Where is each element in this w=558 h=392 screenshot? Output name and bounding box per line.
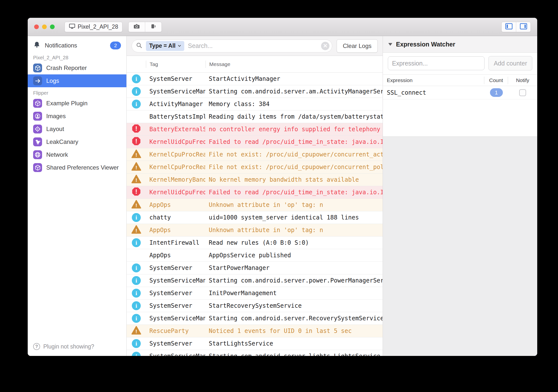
search-icon xyxy=(136,42,143,50)
notify-checkbox[interactable] xyxy=(519,89,526,96)
sidebar-item-leakcanary[interactable]: LeakCanary xyxy=(28,135,126,148)
warning-icon: ! xyxy=(131,326,141,336)
log-level-cell: i xyxy=(127,276,146,285)
log-level-cell: i xyxy=(127,352,146,356)
log-row[interactable]: AppOpsAppOpsService published xyxy=(127,249,383,262)
log-row[interactable]: iIntentFirewallRead new rules (A:0 B:0 S… xyxy=(127,237,383,249)
log-row[interactable]: BatteryStatsImplReading daily items from… xyxy=(127,110,383,123)
log-row[interactable]: iSystemServerStartActivityManager xyxy=(127,73,383,85)
log-message: AppOpsService published xyxy=(205,252,383,259)
toggle-right-panel-icon xyxy=(520,23,527,31)
log-row[interactable]: iSystemServiceManagerStarting com.androi… xyxy=(127,350,383,356)
log-row[interactable]: iSystemServerInitPowerManagement xyxy=(127,287,383,300)
tag-column-header[interactable]: Tag xyxy=(146,61,206,67)
device-selector-button[interactable]: Pixel_2_API_28 xyxy=(65,22,122,32)
svg-text:!: ! xyxy=(135,138,137,145)
log-level-cell: i xyxy=(127,100,146,109)
expression-input[interactable] xyxy=(388,56,485,70)
log-row[interactable]: ichattyuid=1000 system_server identical … xyxy=(127,211,383,224)
screen-record-button[interactable] xyxy=(145,22,162,32)
warning-icon: ! xyxy=(131,225,141,236)
log-level-cell: ! xyxy=(127,174,146,185)
log-row[interactable]: iSystemServiceManagerStarting com.androi… xyxy=(127,274,383,287)
log-row[interactable]: !RescuePartyNoticed 1 events for UID 0 i… xyxy=(127,325,383,337)
log-level-cell: ! xyxy=(127,187,146,197)
person-icon xyxy=(33,112,42,121)
clear-search-icon[interactable]: ✕ xyxy=(321,42,329,50)
close-button[interactable] xyxy=(34,24,39,29)
info-icon: i xyxy=(132,263,141,272)
minimize-button[interactable] xyxy=(42,24,47,29)
sidebar-item-shared-preferences-viewer[interactable]: Shared Preferences Viewer xyxy=(28,161,126,174)
log-tag: AppOps xyxy=(146,201,205,208)
log-message: Noticed 1 events for UID 0 in last 5 sec xyxy=(205,327,383,334)
sidebar-item-network[interactable]: Network xyxy=(28,148,126,161)
sidebar-item-images[interactable]: Images xyxy=(28,110,126,123)
sidebar-item-layout[interactable]: Layout xyxy=(28,123,126,135)
traffic-lights xyxy=(34,24,55,29)
watcher-table-header: Expression Count Notify xyxy=(383,74,537,86)
log-row[interactable]: !KernelMemoryBandwidthStatsNo kernel mem… xyxy=(127,174,383,186)
info-icon: i xyxy=(132,289,141,298)
log-level-cell: i xyxy=(127,87,146,96)
sidebar-item-example-plugin[interactable]: Example Plugin xyxy=(28,97,126,110)
sidebar-item-notifications[interactable]: Notifications 2 xyxy=(28,39,126,52)
logs-main-panel: Type = All ✕ Clear Logs Tag Message iSys… xyxy=(127,36,383,356)
log-row[interactable]: iSystemServerStartPowerManager xyxy=(127,262,383,274)
log-row[interactable]: iActivityManagerMemory class: 384 xyxy=(127,98,383,110)
info-icon: i xyxy=(132,87,141,96)
info-icon: i xyxy=(132,213,141,222)
log-tag: SystemServer xyxy=(146,290,205,297)
question-circle-icon: ? xyxy=(33,343,40,350)
info-icon: i xyxy=(132,339,141,348)
log-row[interactable]: !KernelUidCpuFreqTimeReaderFailed to rea… xyxy=(127,136,383,148)
log-level-cell: i xyxy=(127,213,146,222)
toggle-left-sidebar-button[interactable] xyxy=(502,22,516,32)
log-message: StartLightsService xyxy=(205,340,383,347)
log-row[interactable]: iSystemServiceManagerStarting com.androi… xyxy=(127,312,383,325)
log-level-cell: i xyxy=(127,314,146,323)
log-level-cell: i xyxy=(127,74,146,83)
info-icon: i xyxy=(132,238,141,247)
log-message: Unknown attribute in 'op' tag: n xyxy=(205,227,383,234)
log-row[interactable]: iSystemServiceManagerStarting com.androi… xyxy=(127,85,383,98)
svg-text:!: ! xyxy=(135,188,137,195)
log-message: Failed to read /proc/uid_time_in_state: … xyxy=(205,189,383,196)
log-message: Memory class: 384 xyxy=(205,101,383,108)
sidebar-item-label: Network xyxy=(46,151,68,158)
clear-logs-button[interactable]: Clear Logs xyxy=(337,39,378,53)
svg-text:!: ! xyxy=(135,125,137,132)
log-row[interactable]: !KernelUidCpuFreqTimeReaderFailed to rea… xyxy=(127,186,383,199)
log-tag: SystemServiceManager xyxy=(146,88,205,95)
sidebar-item-logs[interactable]: Logs xyxy=(28,74,126,87)
sidebar-item-crash-reporter[interactable]: Crash Reporter xyxy=(28,62,126,74)
expression-watcher-header[interactable]: Expression Watcher xyxy=(383,36,537,53)
log-message: no controller energy info supplied for t… xyxy=(205,126,383,133)
watcher-row[interactable]: SSL_connect1 xyxy=(383,86,537,99)
log-message: Starting com.android.server.power.PowerM… xyxy=(205,277,383,284)
search-input[interactable] xyxy=(187,42,318,50)
add-counter-button[interactable]: Add counter xyxy=(488,56,532,70)
log-tag: KernelUidCpuFreqTimeReader xyxy=(146,189,205,196)
log-row[interactable]: !AppOpsUnknown attribute in 'op' tag: n xyxy=(127,199,383,211)
log-row[interactable]: !BatteryExternalStatsWorkerno controller… xyxy=(127,123,383,136)
log-row[interactable]: iSystemServerStartRecoverySystemService xyxy=(127,300,383,312)
log-row[interactable]: !KernelCpuProcReaderFile not exist: /pro… xyxy=(127,161,383,174)
plugin-not-showing-link[interactable]: ? Plugin not showing? xyxy=(28,338,126,356)
log-row[interactable]: !KernelCpuProcReaderFile not exist: /pro… xyxy=(127,148,383,161)
sidebar-item-label: Logs xyxy=(46,77,59,84)
message-column-header[interactable]: Message xyxy=(206,61,383,67)
log-row[interactable]: !AppOpsUnknown attribute in 'op' tag: n xyxy=(127,224,383,237)
toggle-right-sidebar-button[interactable] xyxy=(516,22,531,32)
type-filter-token[interactable]: Type = All xyxy=(146,41,184,51)
log-tag: IntentFirewall xyxy=(146,239,205,246)
sidebar-item-label: Notifications xyxy=(45,42,77,49)
log-row[interactable]: iSystemServerStartLightsService xyxy=(127,337,383,350)
camera-icon xyxy=(133,23,140,30)
zoom-button[interactable] xyxy=(50,24,55,29)
screenshot-button[interactable] xyxy=(129,22,145,32)
search-bar[interactable]: Type = All ✕ xyxy=(132,40,332,52)
log-tag: SystemServiceManager xyxy=(146,315,205,322)
info-icon: i xyxy=(132,314,141,323)
info-icon: i xyxy=(132,301,141,310)
